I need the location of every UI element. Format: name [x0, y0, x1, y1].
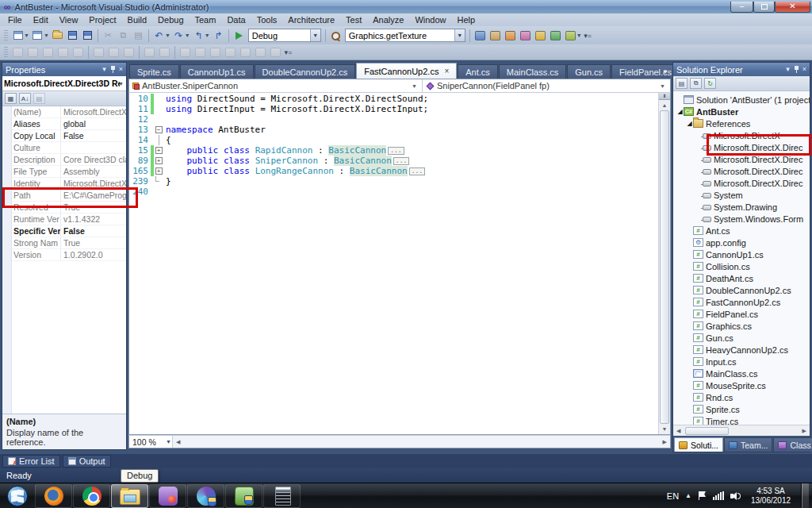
save-button[interactable]: [65, 29, 80, 43]
paste-button[interactable]: ▤: [131, 29, 146, 43]
scroll-left-icon[interactable]: ◀: [673, 428, 684, 434]
categorized-button[interactable]: ▦: [5, 93, 17, 104]
property-value[interactable]: Microsoft.DirectX.: [61, 107, 126, 117]
tab-cannonup1-cs[interactable]: CannonUp1.cs: [180, 64, 254, 79]
tree-item[interactable]: ◢References: [673, 117, 810, 129]
tree-item[interactable]: #MouseSprite.cs: [673, 379, 810, 391]
chevron-down-icon[interactable]: ▼: [454, 29, 465, 41]
expand-icon[interactable]: +: [155, 157, 163, 164]
scroll-left-icon[interactable]: ◀: [173, 439, 183, 445]
solution-explorer-button[interactable]: [473, 29, 488, 43]
menu-analyze[interactable]: Analyze: [367, 13, 409, 26]
outline-margin[interactable]: +: [154, 156, 163, 166]
add-item-button[interactable]: [30, 29, 45, 43]
expanded-arrow-icon[interactable]: ◢: [686, 120, 693, 127]
scroll-right-icon[interactable]: ▶: [660, 439, 670, 445]
members-dropdown[interactable]: SniperCannon(FieldPanel fp) ▼: [423, 79, 670, 92]
properties-header[interactable]: Properties ▾ ×: [2, 63, 126, 76]
tree-item[interactable]: Microsoft.DirectX.Direc: [673, 165, 810, 177]
show-hidden-icons-button[interactable]: ▲: [685, 492, 691, 499]
menu-view[interactable]: View: [54, 13, 84, 26]
menu-debug[interactable]: Debug: [152, 13, 189, 26]
property-value[interactable]: global: [61, 119, 126, 129]
outline-margin[interactable]: [154, 114, 163, 125]
zoom-selector[interactable]: 100 % ▼: [129, 436, 173, 448]
code-line[interactable]: 15+ public class RapidCannon : BasicCann…: [129, 145, 658, 156]
object-browser-button[interactable]: [503, 29, 518, 43]
property-row[interactable]: Version1.0.2902.0: [12, 249, 126, 261]
close-icon[interactable]: ×: [802, 66, 806, 73]
property-value[interactable]: 1.0.2902.0: [61, 250, 126, 260]
solution-horizontal-scrollbar[interactable]: ◀ ▶: [673, 425, 810, 436]
property-row[interactable]: DescriptionCore Direct3D clas: [12, 154, 126, 166]
menu-file[interactable]: File: [2, 13, 28, 26]
expand-icon[interactable]: +: [155, 167, 163, 175]
tree-item[interactable]: #Input.cs: [673, 356, 810, 368]
collapse-icon[interactable]: −: [155, 126, 163, 133]
outline-margin[interactable]: +: [154, 166, 163, 176]
property-row[interactable]: Copy LocalFalse: [12, 130, 126, 142]
tree-item[interactable]: System: [673, 189, 810, 201]
tree-item[interactable]: Microsoft.DirectX.Direc: [673, 177, 810, 189]
code-editor[interactable]: 10using DirectSound = Microsoft.DirectX.…: [129, 93, 658, 434]
windows-explorer-taskbar-button[interactable]: [111, 484, 148, 508]
solution-explorer-header[interactable]: Solution Explorer ▾ ×: [673, 63, 810, 76]
vertical-scrollbar[interactable]: ⬍ ▲ ▼: [658, 93, 670, 434]
start-button[interactable]: [0, 483, 35, 508]
properties-button[interactable]: ▤: [676, 78, 688, 89]
pin-icon[interactable]: [795, 66, 799, 73]
outline-margin[interactable]: [154, 104, 163, 114]
close-tab-icon[interactable]: ×: [444, 67, 449, 75]
collapsed-region-box[interactable]: ...: [393, 157, 409, 165]
property-value[interactable]: False: [61, 131, 126, 140]
code-line[interactable]: 11using DirectInput = Microsoft.DirectX.…: [129, 104, 658, 114]
property-value[interactable]: Core Direct3D clas: [61, 155, 126, 164]
property-value[interactable]: v1.1.4322: [61, 214, 126, 224]
collapsed-region-box[interactable]: ...: [388, 147, 404, 155]
code-line[interactable]: 240: [129, 187, 658, 197]
navigate-backward-button[interactable]: ↰: [191, 29, 206, 43]
expand-icon[interactable]: +: [155, 147, 163, 154]
tab-sol[interactable]: Soluti...: [674, 437, 723, 452]
tree-item[interactable]: #Collision.cs: [673, 260, 810, 272]
menu-help[interactable]: Help: [452, 13, 481, 26]
close-icon[interactable]: ×: [119, 66, 123, 73]
tab-fastcannonup2-cs[interactable]: FastCannonUp2.cs×: [356, 63, 457, 79]
outline-margin[interactable]: [154, 187, 163, 197]
menu-architecture[interactable]: Architecture: [282, 13, 340, 26]
extension-manager-button[interactable]: [533, 29, 548, 43]
tree-item[interactable]: System.Windows.Form: [673, 213, 810, 225]
command-window-button[interactable]: [563, 29, 578, 43]
tree-item[interactable]: ⚙app.config: [673, 237, 810, 248]
navigate-to-button[interactable]: [548, 29, 563, 43]
tree-item[interactable]: Solution 'AntBuster' (1 project): [673, 94, 810, 106]
error-list-tab[interactable]: Error List: [2, 455, 60, 468]
outline-margin[interactable]: [154, 176, 163, 187]
clock[interactable]: 4:53 SA 13/06/2012: [747, 487, 795, 506]
green-app-taskbar-button[interactable]: [225, 484, 262, 508]
tree-item[interactable]: #DeathAnt.cs: [673, 272, 810, 284]
close-button[interactable]: ✕: [775, 2, 810, 13]
scrollbar-thumb[interactable]: [685, 427, 729, 435]
tree-item[interactable]: #Ant.cs: [673, 225, 810, 237]
tree-item[interactable]: #CannonUp1.cs: [673, 248, 810, 260]
output-tab[interactable]: Output: [63, 455, 111, 468]
menu-window[interactable]: Window: [409, 13, 451, 26]
new-project-button[interactable]: [10, 29, 25, 43]
property-row[interactable]: Culture: [12, 142, 126, 154]
open-file-button[interactable]: [50, 29, 65, 43]
toolbox-button[interactable]: [518, 29, 533, 43]
undo-button[interactable]: ↶: [151, 29, 167, 43]
redo-button[interactable]: ↷: [171, 29, 186, 43]
property-value[interactable]: True: [61, 238, 126, 248]
copy-button[interactable]: ⧉: [116, 29, 131, 43]
property-row[interactable]: Aliasesglobal: [12, 118, 126, 130]
chevron-down-icon[interactable]: ▼: [310, 29, 320, 41]
network-signal-icon[interactable]: [713, 491, 724, 500]
tree-item[interactable]: #Timer.cs: [673, 415, 810, 425]
toolbar-overflow-button[interactable]: ▾=: [285, 51, 292, 54]
expanded-arrow-icon[interactable]: ◢: [676, 108, 684, 115]
app-swirl-taskbar-button[interactable]: [187, 484, 224, 508]
messenger-taskbar-button[interactable]: [149, 484, 186, 508]
properties-window-button[interactable]: [488, 29, 503, 43]
